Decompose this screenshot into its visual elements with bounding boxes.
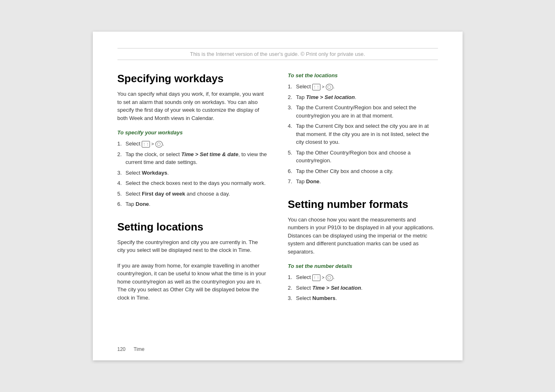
r-step-7-text: Tap Done. (296, 178, 321, 184)
r-step-5: 5. Tap the Other Country/Region box and … (288, 149, 438, 165)
r-step-1-text: Select ⋮⋮ > ◯ . (296, 83, 335, 90)
r-arrow-1: > (322, 83, 324, 90)
r-step-num-6: 6. (288, 167, 292, 175)
n-settings-icon: ◯ (326, 274, 333, 281)
r-step-6: 6. Tap the Other City box and choose a c… (288, 167, 438, 175)
step-num-3: 3. (117, 169, 122, 177)
to-set-locations-title: To set the locations (288, 72, 438, 78)
r-step-2-text: Tap Time > Set location. (296, 94, 357, 100)
n-grid-icon: ⋮⋮ (312, 274, 320, 281)
step-num-6: 6. (117, 200, 122, 208)
left-column: Specifying workdays You can specify what… (117, 72, 267, 311)
r-step-num-7: 7. (288, 178, 292, 186)
r-step-6-text: Tap the Other City box and choose a city… (296, 168, 394, 174)
r-grid-icon: ⋮⋮ (312, 84, 320, 90)
specifying-workdays-steps: 1. Select ⋮⋮ > ◯ . 2. Tap the clock, or … (117, 140, 267, 208)
specifying-workdays-section: Specifying workdays You can specify what… (117, 72, 267, 208)
step-num-1: 1. (117, 140, 122, 148)
setting-number-formats-intro: You can choose how you want the measurem… (288, 216, 438, 256)
step-1: 1. Select ⋮⋮ > ◯ . (117, 140, 267, 148)
step-4: 4. Select the check boxes next to the da… (117, 179, 267, 187)
grid-icon: ⋮⋮ (142, 141, 150, 148)
r-step-7: 7. Tap Done. (288, 178, 438, 186)
set-locations-steps: 1. Select ⋮⋮ > ◯ . 2. Tap Time > Set loc… (288, 83, 438, 186)
step-3-text: Select Workdays. (126, 170, 169, 176)
n-step-1: 1. Select ⋮⋮ > ◯ . (288, 273, 438, 281)
step-6: 6. Tap Done. (117, 200, 267, 208)
to-set-number-details-title: To set the number details (288, 263, 438, 269)
n-icon-group-1: ⋮⋮ > ◯ (312, 274, 333, 281)
step-2: 2. Tap the clock, or select Time > Set t… (117, 150, 267, 166)
step-5: 5. Select First day of week and choose a… (117, 190, 267, 198)
r-step-num-3: 3. (288, 104, 292, 112)
setting-locations-section: Setting locations Specify the country/re… (117, 221, 267, 302)
page-container: This is the Internet version of the user… (93, 32, 463, 360)
r-step-num-2: 2. (288, 93, 292, 101)
r-step-4: 4. Tap the Current City box and select t… (288, 122, 438, 146)
r-step-num-5: 5. (288, 149, 292, 157)
step-1-text: Select ⋮⋮ > ◯ . (126, 141, 164, 147)
r-settings-icon: ◯ (326, 84, 333, 90)
section-name: Time (134, 346, 144, 352)
n-step-2-bold: Time > Set location (312, 285, 361, 291)
setting-number-formats-heading: Setting number formats (288, 198, 438, 211)
step-6-bold: Done (136, 201, 149, 207)
step-num-5: 5. (117, 190, 122, 198)
step-5-bold: First day of week (142, 191, 185, 197)
r-step-5-text: Tap the Other Country/Region box and cho… (296, 150, 411, 164)
step-2-text: Tap the clock, or select Time > Set time… (126, 151, 267, 166)
step-3: 3. Select Workdays. (117, 169, 267, 177)
n-step-num-1: 1. (288, 273, 292, 281)
r-step-2-bold: Time > Set location (306, 94, 355, 100)
set-locations-section: To set the locations 1. Select ⋮⋮ > ◯ . (288, 72, 438, 186)
r-step-7-bold: Done (306, 178, 320, 184)
n-step-num-3: 3. (288, 294, 292, 302)
n-step-3-bold: Numbers (312, 295, 335, 301)
n-step-3: 3. Select Numbers. (288, 294, 438, 302)
specifying-workdays-intro: You can specify what days you work, if, … (117, 90, 267, 122)
n-arrow-1: > (322, 274, 324, 281)
watermark: This is the Internet version of the user… (117, 48, 438, 60)
n-step-2: 2. Select Time > Set location. (288, 284, 438, 292)
to-specify-workdays-title: To specify your workdays (117, 129, 267, 136)
step-num-2: 2. (117, 150, 122, 159)
n-step-2-text: Select Time > Set location. (296, 285, 363, 291)
icon-group-1: ⋮⋮ > ◯ (142, 141, 162, 148)
page-number: 120 (117, 346, 126, 352)
right-column: To set the locations 1. Select ⋮⋮ > ◯ . (288, 72, 438, 311)
step-4-text: Select the check boxes next to the days … (126, 180, 266, 186)
r-step-1: 1. Select ⋮⋮ > ◯ . (288, 83, 438, 91)
setting-locations-intro2: If you are away from home, for example t… (117, 262, 267, 302)
arrow-1: > (151, 141, 154, 148)
step-5-text: Select First day of week and choose a da… (126, 191, 230, 197)
r-step-4-text: Tap the Current City box and select the … (296, 123, 429, 145)
n-step-3-text: Select Numbers. (296, 295, 337, 301)
r-step-2: 2. Tap Time > Set location. (288, 93, 438, 101)
n-step-num-2: 2. (288, 284, 292, 292)
r-step-num-1: 1. (288, 83, 292, 91)
setting-locations-intro1: Specify the country/region and city you … (117, 238, 267, 254)
setting-number-formats-section: Setting number formats You can choose ho… (288, 198, 438, 302)
step-num-4: 4. (117, 179, 122, 187)
step-6-text: Tap Done. (126, 201, 151, 207)
r-icon-group-1: ⋮⋮ > ◯ (312, 83, 333, 90)
n-step-1-text: Select ⋮⋮ > ◯ . (296, 274, 335, 280)
settings-icon: ◯ (155, 141, 163, 148)
step-3-bold: Workdays (142, 170, 167, 176)
r-step-3-text: Tap the Current Country/Region box and s… (296, 104, 417, 119)
setting-locations-heading: Setting locations (117, 221, 267, 233)
specifying-workdays-heading: Specifying workdays (117, 72, 267, 85)
r-step-3: 3. Tap the Current Country/Region box an… (288, 104, 438, 120)
r-step-num-4: 4. (288, 122, 292, 130)
set-number-details-steps: 1. Select ⋮⋮ > ◯ . 2. Select Time > Set … (288, 273, 438, 302)
page-footer: 120 Time (117, 346, 145, 352)
step-2-bold: Time > Set time & date (181, 151, 238, 157)
two-column-layout: Specifying workdays You can specify what… (117, 72, 438, 311)
